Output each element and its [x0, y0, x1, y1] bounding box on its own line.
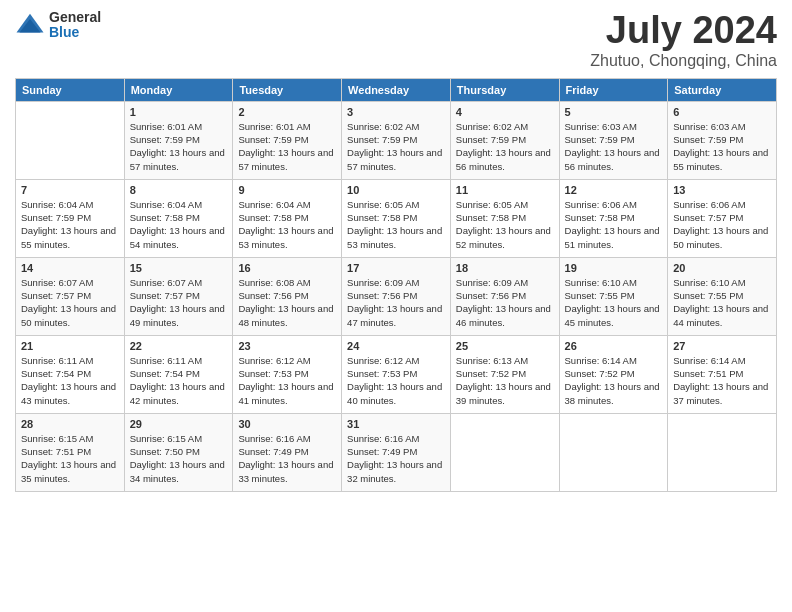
logo-general: General [49, 10, 101, 25]
calendar-cell: 9Sunrise: 6:04 AM Sunset: 7:58 PM Daylig… [233, 179, 342, 257]
calendar-cell [668, 413, 777, 491]
day-number: 8 [130, 184, 228, 196]
day-detail: Sunrise: 6:09 AM Sunset: 7:56 PM Dayligh… [456, 276, 554, 329]
day-detail: Sunrise: 6:06 AM Sunset: 7:58 PM Dayligh… [565, 198, 663, 251]
day-detail: Sunrise: 6:04 AM Sunset: 7:58 PM Dayligh… [238, 198, 336, 251]
day-detail: Sunrise: 6:15 AM Sunset: 7:51 PM Dayligh… [21, 432, 119, 485]
calendar-header-wednesday: Wednesday [342, 78, 451, 101]
calendar-header-row: SundayMondayTuesdayWednesdayThursdayFrid… [16, 78, 777, 101]
day-detail: Sunrise: 6:03 AM Sunset: 7:59 PM Dayligh… [565, 120, 663, 173]
day-number: 7 [21, 184, 119, 196]
calendar-cell: 27Sunrise: 6:14 AM Sunset: 7:51 PM Dayli… [668, 335, 777, 413]
logo: General Blue [15, 10, 101, 41]
title-block: July 2024 Zhutuo, Chongqing, China [590, 10, 777, 70]
calendar-cell: 11Sunrise: 6:05 AM Sunset: 7:58 PM Dayli… [450, 179, 559, 257]
day-number: 5 [565, 106, 663, 118]
calendar-cell: 25Sunrise: 6:13 AM Sunset: 7:52 PM Dayli… [450, 335, 559, 413]
calendar-cell: 15Sunrise: 6:07 AM Sunset: 7:57 PM Dayli… [124, 257, 233, 335]
calendar-cell: 14Sunrise: 6:07 AM Sunset: 7:57 PM Dayli… [16, 257, 125, 335]
day-detail: Sunrise: 6:07 AM Sunset: 7:57 PM Dayligh… [21, 276, 119, 329]
calendar-header-tuesday: Tuesday [233, 78, 342, 101]
day-detail: Sunrise: 6:16 AM Sunset: 7:49 PM Dayligh… [347, 432, 445, 485]
day-detail: Sunrise: 6:02 AM Sunset: 7:59 PM Dayligh… [456, 120, 554, 173]
day-number: 6 [673, 106, 771, 118]
main-title: July 2024 [590, 10, 777, 52]
calendar-cell: 5Sunrise: 6:03 AM Sunset: 7:59 PM Daylig… [559, 101, 668, 179]
calendar-cell: 20Sunrise: 6:10 AM Sunset: 7:55 PM Dayli… [668, 257, 777, 335]
calendar-header-saturday: Saturday [668, 78, 777, 101]
day-number: 29 [130, 418, 228, 430]
day-detail: Sunrise: 6:16 AM Sunset: 7:49 PM Dayligh… [238, 432, 336, 485]
calendar-cell: 6Sunrise: 6:03 AM Sunset: 7:59 PM Daylig… [668, 101, 777, 179]
calendar-header-sunday: Sunday [16, 78, 125, 101]
day-detail: Sunrise: 6:14 AM Sunset: 7:52 PM Dayligh… [565, 354, 663, 407]
day-detail: Sunrise: 6:11 AM Sunset: 7:54 PM Dayligh… [21, 354, 119, 407]
calendar-cell: 29Sunrise: 6:15 AM Sunset: 7:50 PM Dayli… [124, 413, 233, 491]
day-number: 21 [21, 340, 119, 352]
day-detail: Sunrise: 6:08 AM Sunset: 7:56 PM Dayligh… [238, 276, 336, 329]
header: General Blue July 2024 Zhutuo, Chongqing… [15, 10, 777, 70]
logo-text: General Blue [49, 10, 101, 41]
day-detail: Sunrise: 6:10 AM Sunset: 7:55 PM Dayligh… [565, 276, 663, 329]
day-number: 25 [456, 340, 554, 352]
day-number: 26 [565, 340, 663, 352]
day-number: 18 [456, 262, 554, 274]
calendar-cell: 19Sunrise: 6:10 AM Sunset: 7:55 PM Dayli… [559, 257, 668, 335]
logo-blue: Blue [49, 25, 101, 40]
day-detail: Sunrise: 6:09 AM Sunset: 7:56 PM Dayligh… [347, 276, 445, 329]
calendar-header-friday: Friday [559, 78, 668, 101]
day-number: 28 [21, 418, 119, 430]
day-number: 9 [238, 184, 336, 196]
day-number: 20 [673, 262, 771, 274]
day-number: 4 [456, 106, 554, 118]
day-detail: Sunrise: 6:13 AM Sunset: 7:52 PM Dayligh… [456, 354, 554, 407]
calendar-cell: 24Sunrise: 6:12 AM Sunset: 7:53 PM Dayli… [342, 335, 451, 413]
calendar-cell: 22Sunrise: 6:11 AM Sunset: 7:54 PM Dayli… [124, 335, 233, 413]
calendar-cell: 17Sunrise: 6:09 AM Sunset: 7:56 PM Dayli… [342, 257, 451, 335]
calendar-week-2: 14Sunrise: 6:07 AM Sunset: 7:57 PM Dayli… [16, 257, 777, 335]
day-detail: Sunrise: 6:04 AM Sunset: 7:58 PM Dayligh… [130, 198, 228, 251]
calendar-cell: 8Sunrise: 6:04 AM Sunset: 7:58 PM Daylig… [124, 179, 233, 257]
calendar-cell: 4Sunrise: 6:02 AM Sunset: 7:59 PM Daylig… [450, 101, 559, 179]
calendar-cell: 16Sunrise: 6:08 AM Sunset: 7:56 PM Dayli… [233, 257, 342, 335]
calendar-cell: 30Sunrise: 6:16 AM Sunset: 7:49 PM Dayli… [233, 413, 342, 491]
calendar-cell: 23Sunrise: 6:12 AM Sunset: 7:53 PM Dayli… [233, 335, 342, 413]
day-detail: Sunrise: 6:11 AM Sunset: 7:54 PM Dayligh… [130, 354, 228, 407]
calendar-cell [450, 413, 559, 491]
day-detail: Sunrise: 6:01 AM Sunset: 7:59 PM Dayligh… [130, 120, 228, 173]
day-number: 3 [347, 106, 445, 118]
calendar-week-0: 1Sunrise: 6:01 AM Sunset: 7:59 PM Daylig… [16, 101, 777, 179]
day-number: 13 [673, 184, 771, 196]
calendar-cell: 18Sunrise: 6:09 AM Sunset: 7:56 PM Dayli… [450, 257, 559, 335]
subtitle: Zhutuo, Chongqing, China [590, 52, 777, 70]
day-number: 24 [347, 340, 445, 352]
calendar-cell [16, 101, 125, 179]
day-detail: Sunrise: 6:12 AM Sunset: 7:53 PM Dayligh… [238, 354, 336, 407]
day-detail: Sunrise: 6:01 AM Sunset: 7:59 PM Dayligh… [238, 120, 336, 173]
calendar-cell: 2Sunrise: 6:01 AM Sunset: 7:59 PM Daylig… [233, 101, 342, 179]
calendar-cell: 7Sunrise: 6:04 AM Sunset: 7:59 PM Daylig… [16, 179, 125, 257]
day-detail: Sunrise: 6:15 AM Sunset: 7:50 PM Dayligh… [130, 432, 228, 485]
calendar-cell: 28Sunrise: 6:15 AM Sunset: 7:51 PM Dayli… [16, 413, 125, 491]
day-detail: Sunrise: 6:14 AM Sunset: 7:51 PM Dayligh… [673, 354, 771, 407]
day-number: 2 [238, 106, 336, 118]
day-detail: Sunrise: 6:02 AM Sunset: 7:59 PM Dayligh… [347, 120, 445, 173]
day-number: 23 [238, 340, 336, 352]
calendar-cell: 13Sunrise: 6:06 AM Sunset: 7:57 PM Dayli… [668, 179, 777, 257]
calendar-cell: 12Sunrise: 6:06 AM Sunset: 7:58 PM Dayli… [559, 179, 668, 257]
day-detail: Sunrise: 6:03 AM Sunset: 7:59 PM Dayligh… [673, 120, 771, 173]
day-detail: Sunrise: 6:12 AM Sunset: 7:53 PM Dayligh… [347, 354, 445, 407]
calendar-cell: 26Sunrise: 6:14 AM Sunset: 7:52 PM Dayli… [559, 335, 668, 413]
calendar-cell [559, 413, 668, 491]
day-detail: Sunrise: 6:05 AM Sunset: 7:58 PM Dayligh… [456, 198, 554, 251]
day-number: 19 [565, 262, 663, 274]
day-number: 1 [130, 106, 228, 118]
day-detail: Sunrise: 6:04 AM Sunset: 7:59 PM Dayligh… [21, 198, 119, 251]
logo-icon [15, 10, 45, 40]
main-container: General Blue July 2024 Zhutuo, Chongqing… [0, 0, 792, 502]
day-detail: Sunrise: 6:07 AM Sunset: 7:57 PM Dayligh… [130, 276, 228, 329]
day-number: 10 [347, 184, 445, 196]
day-number: 17 [347, 262, 445, 274]
calendar-table: SundayMondayTuesdayWednesdayThursdayFrid… [15, 78, 777, 492]
day-number: 11 [456, 184, 554, 196]
